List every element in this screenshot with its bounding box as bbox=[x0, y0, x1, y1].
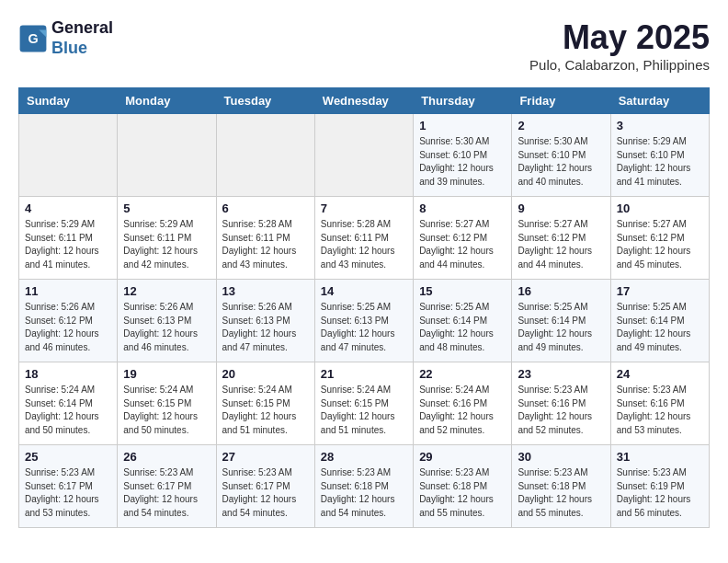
day-info: Sunrise: 5:27 AM Sunset: 6:12 PM Dayligh… bbox=[518, 218, 604, 271]
day-info: Sunrise: 5:23 AM Sunset: 6:18 PM Dayligh… bbox=[419, 466, 506, 520]
day-info: Sunrise: 5:23 AM Sunset: 6:16 PM Dayligh… bbox=[617, 384, 703, 437]
day-number: 29 bbox=[419, 450, 506, 464]
day-info: Sunrise: 5:23 AM Sunset: 6:18 PM Dayligh… bbox=[321, 466, 407, 520]
day-number: 30 bbox=[518, 450, 604, 464]
day-number: 24 bbox=[617, 367, 703, 381]
day-info: Sunrise: 5:23 AM Sunset: 6:17 PM Dayligh… bbox=[123, 466, 210, 520]
calendar-day-cell: 25Sunrise: 5:23 AM Sunset: 6:17 PM Dayli… bbox=[19, 445, 118, 528]
day-number: 21 bbox=[321, 367, 407, 381]
calendar-day-cell bbox=[19, 114, 118, 197]
day-info: Sunrise: 5:28 AM Sunset: 6:11 PM Dayligh… bbox=[222, 218, 309, 271]
calendar-day-cell: 15Sunrise: 5:25 AM Sunset: 6:14 PM Dayli… bbox=[414, 280, 512, 362]
calendar-day-cell: 8Sunrise: 5:27 AM Sunset: 6:12 PM Daylig… bbox=[414, 197, 512, 280]
day-info: Sunrise: 5:30 AM Sunset: 6:10 PM Dayligh… bbox=[518, 135, 604, 189]
day-info: Sunrise: 5:23 AM Sunset: 6:17 PM Dayligh… bbox=[222, 466, 309, 520]
svg-text:G: G bbox=[28, 30, 38, 45]
calendar-day-cell: 12Sunrise: 5:26 AM Sunset: 6:13 PM Dayli… bbox=[118, 280, 216, 362]
calendar-week-row: 4Sunrise: 5:29 AM Sunset: 6:11 PM Daylig… bbox=[19, 197, 710, 280]
day-info: Sunrise: 5:24 AM Sunset: 6:15 PM Dayligh… bbox=[123, 384, 210, 437]
calendar-day-cell: 31Sunrise: 5:23 AM Sunset: 6:19 PM Dayli… bbox=[610, 445, 709, 528]
calendar-day-cell: 4Sunrise: 5:29 AM Sunset: 6:11 PM Daylig… bbox=[19, 197, 118, 280]
calendar-day-cell: 9Sunrise: 5:27 AM Sunset: 6:12 PM Daylig… bbox=[512, 197, 610, 280]
calendar-day-cell bbox=[314, 114, 413, 197]
calendar-day-cell: 24Sunrise: 5:23 AM Sunset: 6:16 PM Dayli… bbox=[610, 362, 709, 445]
weekday-header: Monday bbox=[118, 88, 216, 114]
day-number: 17 bbox=[617, 284, 703, 298]
calendar-day-cell: 26Sunrise: 5:23 AM Sunset: 6:17 PM Dayli… bbox=[118, 445, 216, 528]
calendar-week-row: 18Sunrise: 5:24 AM Sunset: 6:14 PM Dayli… bbox=[19, 362, 710, 445]
month-title: May 2025 bbox=[529, 18, 710, 57]
day-number: 14 bbox=[321, 284, 407, 298]
day-number: 31 bbox=[617, 450, 703, 464]
calendar-week-row: 1Sunrise: 5:30 AM Sunset: 6:10 PM Daylig… bbox=[19, 114, 710, 197]
weekday-header: Saturday bbox=[610, 88, 709, 114]
day-number: 15 bbox=[419, 284, 506, 298]
logo: G General Blue bbox=[18, 18, 113, 58]
day-number: 6 bbox=[222, 201, 309, 215]
day-number: 1 bbox=[419, 119, 506, 132]
day-info: Sunrise: 5:30 AM Sunset: 6:10 PM Dayligh… bbox=[419, 135, 506, 189]
weekday-header: Sunday bbox=[19, 88, 118, 114]
day-info: Sunrise: 5:29 AM Sunset: 6:11 PM Dayligh… bbox=[123, 218, 210, 271]
calendar-day-cell: 18Sunrise: 5:24 AM Sunset: 6:14 PM Dayli… bbox=[19, 362, 118, 445]
weekday-header: Tuesday bbox=[216, 88, 314, 114]
calendar-day-cell: 10Sunrise: 5:27 AM Sunset: 6:12 PM Dayli… bbox=[610, 197, 709, 280]
day-number: 19 bbox=[123, 367, 210, 381]
day-info: Sunrise: 5:28 AM Sunset: 6:11 PM Dayligh… bbox=[321, 218, 407, 271]
day-number: 20 bbox=[222, 367, 309, 381]
calendar-header-row: SundayMondayTuesdayWednesdayThursdayFrid… bbox=[19, 88, 710, 114]
calendar-day-cell: 23Sunrise: 5:23 AM Sunset: 6:16 PM Dayli… bbox=[512, 362, 610, 445]
calendar-day-cell: 6Sunrise: 5:28 AM Sunset: 6:11 PM Daylig… bbox=[216, 197, 314, 280]
day-number: 26 bbox=[123, 450, 210, 464]
calendar-day-cell: 13Sunrise: 5:26 AM Sunset: 6:13 PM Dayli… bbox=[216, 280, 314, 362]
day-info: Sunrise: 5:27 AM Sunset: 6:12 PM Dayligh… bbox=[419, 218, 506, 271]
day-number: 8 bbox=[419, 201, 506, 215]
day-info: Sunrise: 5:26 AM Sunset: 6:12 PM Dayligh… bbox=[25, 301, 111, 354]
calendar-day-cell: 3Sunrise: 5:29 AM Sunset: 6:10 PM Daylig… bbox=[610, 114, 709, 197]
day-number: 13 bbox=[222, 284, 309, 298]
weekday-header: Thursday bbox=[414, 88, 512, 114]
day-info: Sunrise: 5:25 AM Sunset: 6:13 PM Dayligh… bbox=[321, 301, 407, 354]
day-info: Sunrise: 5:23 AM Sunset: 6:17 PM Dayligh… bbox=[25, 466, 111, 520]
day-number: 7 bbox=[321, 201, 407, 215]
day-info: Sunrise: 5:24 AM Sunset: 6:16 PM Dayligh… bbox=[419, 384, 506, 437]
day-number: 5 bbox=[123, 201, 210, 215]
logo-text: General Blue bbox=[51, 18, 113, 58]
day-info: Sunrise: 5:24 AM Sunset: 6:15 PM Dayligh… bbox=[321, 384, 407, 437]
weekday-header: Wednesday bbox=[314, 88, 413, 114]
day-number: 27 bbox=[222, 450, 309, 464]
calendar-day-cell: 17Sunrise: 5:25 AM Sunset: 6:14 PM Dayli… bbox=[610, 280, 709, 362]
day-info: Sunrise: 5:29 AM Sunset: 6:11 PM Dayligh… bbox=[25, 218, 111, 271]
logo-line1: General bbox=[51, 18, 113, 39]
day-info: Sunrise: 5:26 AM Sunset: 6:13 PM Dayligh… bbox=[222, 301, 309, 354]
day-number: 16 bbox=[518, 284, 604, 298]
day-info: Sunrise: 5:24 AM Sunset: 6:15 PM Dayligh… bbox=[222, 384, 309, 437]
calendar-day-cell: 11Sunrise: 5:26 AM Sunset: 6:12 PM Dayli… bbox=[19, 280, 118, 362]
day-info: Sunrise: 5:29 AM Sunset: 6:10 PM Dayligh… bbox=[617, 135, 703, 189]
calendar-day-cell: 28Sunrise: 5:23 AM Sunset: 6:18 PM Dayli… bbox=[314, 445, 413, 528]
day-info: Sunrise: 5:25 AM Sunset: 6:14 PM Dayligh… bbox=[419, 301, 506, 354]
calendar-day-cell: 27Sunrise: 5:23 AM Sunset: 6:17 PM Dayli… bbox=[216, 445, 314, 528]
day-info: Sunrise: 5:24 AM Sunset: 6:14 PM Dayligh… bbox=[25, 384, 111, 437]
logo-icon: G bbox=[18, 24, 48, 53]
day-number: 11 bbox=[25, 284, 111, 298]
calendar-week-row: 25Sunrise: 5:23 AM Sunset: 6:17 PM Dayli… bbox=[19, 445, 710, 528]
logo-line2: Blue bbox=[51, 39, 113, 59]
day-number: 2 bbox=[518, 119, 604, 132]
day-number: 23 bbox=[518, 367, 604, 381]
day-number: 28 bbox=[321, 450, 407, 464]
calendar-day-cell: 21Sunrise: 5:24 AM Sunset: 6:15 PM Dayli… bbox=[314, 362, 413, 445]
day-number: 10 bbox=[617, 201, 703, 215]
calendar-day-cell: 1Sunrise: 5:30 AM Sunset: 6:10 PM Daylig… bbox=[414, 114, 512, 197]
day-info: Sunrise: 5:25 AM Sunset: 6:14 PM Dayligh… bbox=[617, 301, 703, 354]
day-number: 18 bbox=[25, 367, 111, 381]
calendar-day-cell bbox=[118, 114, 216, 197]
day-info: Sunrise: 5:23 AM Sunset: 6:16 PM Dayligh… bbox=[518, 384, 604, 437]
calendar-day-cell: 5Sunrise: 5:29 AM Sunset: 6:11 PM Daylig… bbox=[118, 197, 216, 280]
day-number: 3 bbox=[617, 119, 703, 132]
calendar-day-cell: 22Sunrise: 5:24 AM Sunset: 6:16 PM Dayli… bbox=[414, 362, 512, 445]
calendar-day-cell bbox=[216, 114, 314, 197]
day-info: Sunrise: 5:23 AM Sunset: 6:18 PM Dayligh… bbox=[518, 466, 604, 520]
calendar-day-cell: 2Sunrise: 5:30 AM Sunset: 6:10 PM Daylig… bbox=[512, 114, 610, 197]
calendar-table: SundayMondayTuesdayWednesdayThursdayFrid… bbox=[18, 87, 710, 528]
